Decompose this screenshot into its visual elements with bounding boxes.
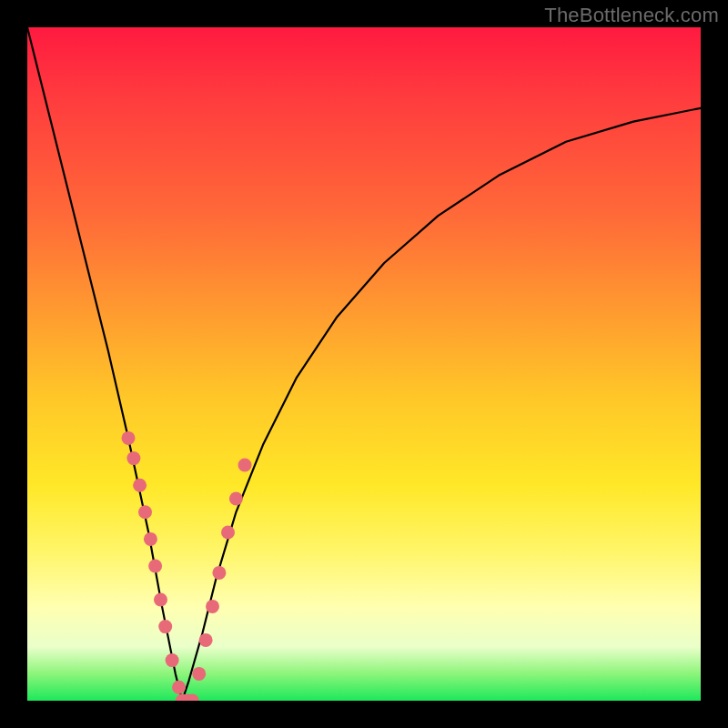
marker-dot	[221, 526, 235, 540]
marker-dot	[172, 681, 186, 694]
marker-dot	[192, 667, 206, 681]
marker-dot	[154, 593, 167, 607]
marker-dot	[126, 451, 140, 465]
marker-dot	[229, 492, 243, 506]
marker-dot	[212, 566, 226, 580]
marker-dot	[206, 600, 219, 613]
bottleneck-curve	[27, 27, 701, 701]
marker-dot	[122, 431, 136, 445]
marker-dot	[166, 653, 179, 667]
marker-group	[122, 431, 252, 701]
marker-dot	[199, 633, 213, 647]
plot-area	[27, 27, 701, 701]
marker-dot	[238, 459, 252, 472]
marker-dot	[148, 560, 162, 573]
watermark-text: TheBottleneck.com	[544, 4, 719, 27]
marker-dot	[138, 505, 152, 519]
marker-dot	[133, 479, 147, 492]
marker-dot	[158, 620, 172, 633]
curve-svg	[27, 27, 701, 701]
chart-frame: TheBottleneck.com	[0, 0, 728, 728]
marker-dot	[144, 532, 157, 546]
